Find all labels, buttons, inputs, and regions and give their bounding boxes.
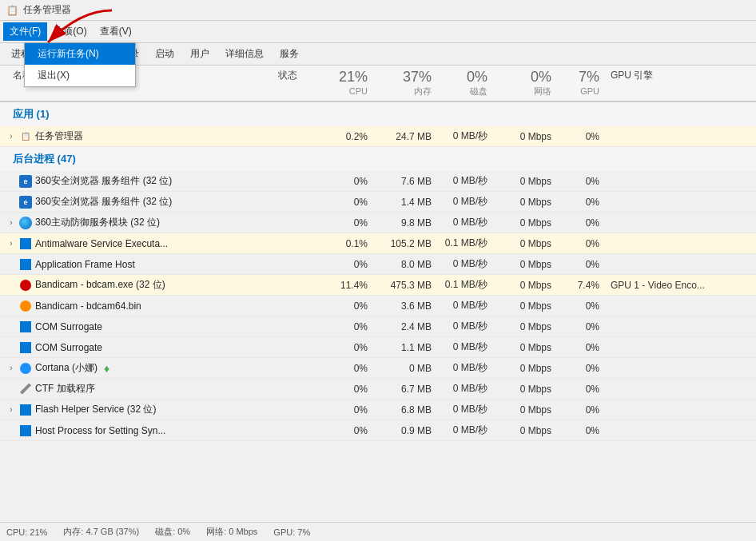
process-disk: 0 MB/秒 (440, 299, 495, 312)
process-cpu: 0% (320, 176, 376, 187)
process-memory: 1.4 MB (376, 197, 440, 208)
table-row[interactable]: ›Cortana (小娜)♦0%0 MB0 MB/秒0 Mbps0% (0, 358, 756, 379)
table-row[interactable]: ›360主动防御服务模块 (32 位)0%9.8 MB0 MB/秒0 Mbps0… (0, 213, 756, 233)
process-icon (19, 300, 32, 312)
expand-arrow-icon[interactable]: › (6, 364, 16, 372)
process-memory: 6.7 MB (376, 384, 440, 395)
process-cpu: 0% (320, 259, 376, 270)
process-memory: 0 MB (376, 363, 440, 374)
process-name-cell: ›360主动防御服务模块 (32 位) (0, 216, 256, 229)
status-bar: CPU: 21% 内存: 4.7 GB (37%) 磁盘: 0% 网络: 0 M… (0, 522, 756, 541)
process-cpu: 0% (320, 384, 376, 395)
col-header-memory[interactable]: 37% 内存 (376, 69, 440, 97)
process-name-text: Host Process for Setting Syn... (35, 425, 165, 436)
process-memory: 3.6 MB (376, 300, 440, 312)
file-dropdown-menu: 运行新任务(N) 退出(X) (24, 42, 136, 87)
task-manager-window: 📋 任务管理器 文件(F) 选项(O) 查看(V) 运行新任务(N) 退出(X)… (0, 0, 756, 541)
table-row[interactable]: Host Process for Setting Syn...0%0.9 MB0… (0, 420, 756, 441)
process-icon (19, 341, 32, 354)
process-network: 0 Mbps (495, 321, 559, 332)
expand-arrow-icon[interactable]: › (6, 218, 16, 227)
menu-exit[interactable]: 退出(X) (25, 65, 135, 86)
process-network: 0 Mbps (495, 217, 559, 229)
table-row[interactable]: Bandicam - bdcam.exe (32 位)11.4%475.3 MB… (0, 275, 756, 296)
col-header-status[interactable]: 状态 (256, 69, 320, 97)
menu-bar: 文件(F) 选项(O) 查看(V) 运行新任务(N) 退出(X) (0, 21, 756, 43)
table-row[interactable]: e360安全浏览器 服务组件 (32 位)0%1.4 MB0 MB/秒0 Mbp… (0, 192, 756, 213)
process-memory: 0.9 MB (376, 425, 440, 436)
table-row[interactable]: CTF 加载程序0%6.7 MB0 MB/秒0 Mbps0% (0, 379, 756, 400)
process-icon: 📋 (19, 130, 32, 143)
process-disk: 0 MB/秒 (440, 129, 495, 143)
process-name-text: CTF 加载程序 (35, 382, 95, 396)
process-name-text: Application Frame Host (35, 259, 135, 270)
process-name-text: COM Surrogate (35, 321, 102, 332)
table-row[interactable]: Application Frame Host0%8.0 MB0 MB/秒0 Mb… (0, 254, 756, 275)
tab-details[interactable]: 详细信息 (217, 45, 272, 63)
process-network: 0 Mbps (495, 176, 559, 187)
process-network: 0 Mbps (495, 238, 559, 249)
expand-arrow-icon[interactable]: › (6, 405, 16, 414)
menu-options[interactable]: 选项(O) (47, 22, 93, 41)
process-icon: e (19, 175, 32, 188)
menu-file[interactable]: 文件(F) (3, 22, 47, 41)
process-disk: 0 MB/秒 (440, 174, 495, 188)
col-header-network[interactable]: 0% 网络 (495, 69, 559, 97)
pin-icon: ♦ (104, 362, 109, 375)
expand-arrow-icon[interactable]: › (6, 239, 16, 248)
table-row[interactable]: COM Surrogate0%2.4 MB0 MB/秒0 Mbps0% (0, 316, 756, 337)
process-cpu: 0% (320, 321, 376, 332)
col-header-gpu-engine[interactable]: GPU 引擎 (607, 69, 756, 97)
menu-view[interactable]: 查看(V) (94, 22, 138, 41)
process-disk: 0 MB/秒 (440, 257, 495, 271)
process-cpu: 0.2% (320, 131, 376, 142)
table-row[interactable]: COM Surrogate0%1.1 MB0 MB/秒0 Mbps0% (0, 337, 756, 358)
process-network: 0 Mbps (495, 425, 559, 436)
table-row[interactable]: e360安全浏览器 服务组件 (32 位)0%7.6 MB0 MB/秒0 Mbp… (0, 171, 756, 192)
process-icon (19, 279, 32, 292)
process-cpu: 0% (320, 217, 376, 229)
process-network: 0 Mbps (495, 259, 559, 270)
process-memory: 7.6 MB (376, 176, 440, 187)
process-disk: 0 MB/秒 (440, 361, 495, 375)
title-bar-icon: 📋 (6, 5, 18, 16)
process-disk: 0 MB/秒 (440, 340, 495, 354)
process-disk: 0 MB/秒 (440, 320, 495, 333)
process-memory: 8.0 MB (376, 259, 440, 270)
process-network: 0 Mbps (495, 404, 559, 416)
process-network: 0 Mbps (495, 280, 559, 291)
process-memory: 9.8 MB (376, 217, 440, 229)
process-name-text: Bandicam - bdcam.exe (32 位) (35, 278, 165, 292)
process-icon (19, 237, 32, 250)
process-gpu: 0% (559, 259, 607, 270)
table-row[interactable]: ›Flash Helper Service (32 位)0%6.8 MB0 MB… (0, 400, 756, 420)
table-row[interactable]: Bandicam - bdcam64.bin0%3.6 MB0 MB/秒0 Mb… (0, 296, 756, 316)
process-gpu: 0% (559, 217, 607, 229)
col-header-disk[interactable]: 0% 磁盘 (440, 69, 495, 97)
col-header-cpu[interactable]: 21% CPU (320, 69, 376, 97)
title-bar: 📋 任务管理器 (0, 0, 756, 21)
tab-services[interactable]: 服务 (272, 45, 307, 63)
process-name-text: 360安全浏览器 服务组件 (32 位) (35, 174, 172, 188)
section-header: 后台进程 (47) (0, 147, 756, 171)
process-disk: 0 MB/秒 (440, 195, 495, 209)
section-header: 应用 (1) (0, 102, 756, 126)
process-disk: 0 MB/秒 (440, 216, 495, 229)
table-row[interactable]: ›📋任务管理器0.2%24.7 MB0 MB/秒0 Mbps0% (0, 126, 756, 147)
process-name-text: 360主动防御服务模块 (32 位) (35, 216, 160, 229)
process-gpu: 0% (559, 404, 607, 416)
col-header-gpu[interactable]: 7% GPU (559, 69, 607, 97)
table-row[interactable]: ›Antimalware Service Executa...0.1%105.2… (0, 233, 756, 254)
process-gpu: 0% (559, 197, 607, 208)
process-network: 0 Mbps (495, 197, 559, 208)
process-icon (19, 424, 32, 437)
tab-startup[interactable]: 启动 (147, 45, 182, 63)
tab-users[interactable]: 用户 (182, 45, 217, 63)
expand-arrow-icon[interactable]: › (6, 132, 16, 141)
process-memory: 1.1 MB (376, 342, 440, 353)
process-name-cell: ›Antimalware Service Executa... (0, 237, 256, 250)
process-gpu: 0% (559, 425, 607, 436)
menu-run-new-task[interactable]: 运行新任务(N) (25, 43, 135, 65)
process-name-cell: CTF 加载程序 (0, 382, 256, 396)
process-disk: 0 MB/秒 (440, 424, 495, 437)
